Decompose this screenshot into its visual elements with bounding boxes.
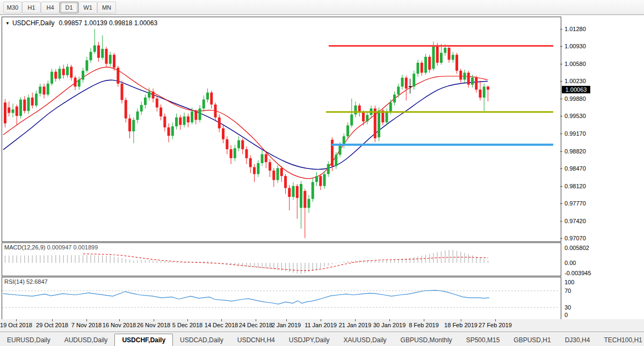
rsi-indicator-pane[interactable]: RSI(14) 52.6847 <box>2 277 561 320</box>
chart-ohlc-values: 0.99857 1.00139 0.99818 1.00063 <box>59 19 158 27</box>
date-tick <box>495 319 496 321</box>
rsi-axis-label: 70 <box>565 288 571 294</box>
price-tick <box>560 186 562 187</box>
price-tick-label: 0.98120 <box>565 183 586 189</box>
date-tick <box>286 319 287 321</box>
macd-axis-label: 0.005802 <box>565 245 589 251</box>
rsi-label: RSI(14) 52.6847 <box>4 278 48 285</box>
chart-tab-audusd[interactable]: AUDUSD,Daily <box>57 335 115 346</box>
timeframe-button-h1[interactable]: H1 <box>22 2 41 13</box>
macd-histogram <box>5 250 488 274</box>
date-axis[interactable]: 19 Oct 201829 Oct 20187 Nov 201816 Nov 2… <box>0 319 644 332</box>
chart-tab-bar: EURUSD,DailyAUDUSD,DailyUSDCHF,DailyUSDC… <box>0 332 644 346</box>
date-tick <box>16 319 17 321</box>
rsi-line <box>3 290 489 304</box>
chart-tab-usdjpy[interactable]: USDJPY,Daily <box>282 335 337 346</box>
chart-tab-sp500[interactable]: SP500,M15 <box>459 335 507 346</box>
price-tick <box>560 64 562 64</box>
date-tick <box>424 319 424 321</box>
macd-values: 0.000947 0.001899 <box>47 244 98 251</box>
rsi-name: RSI(14) 52.6847 <box>4 278 48 285</box>
date-tick <box>221 319 222 321</box>
chart-tab-eurusd[interactable]: EURUSD,Daily <box>0 335 57 346</box>
date-label: 19 Oct 2018 <box>0 322 32 328</box>
price-tick <box>560 29 562 30</box>
price-tick-label: 0.98820 <box>565 148 586 154</box>
timeframe-toolbar: M30H1H4D1W1MN <box>0 0 644 15</box>
chart-dropdown-icon[interactable]: ▼ <box>5 21 10 26</box>
chart-title: ▼USDCHF,Daily0.99857 1.00139 0.99818 1.0… <box>5 19 157 27</box>
timeframe-button-h4[interactable]: H4 <box>41 2 60 13</box>
date-label: 21 Jan 2019 <box>339 322 372 328</box>
price-tick <box>560 116 562 116</box>
macd-axis-label: 0.00 <box>565 260 576 266</box>
price-tick <box>560 81 562 82</box>
candlestick-chart[interactable] <box>2 17 560 240</box>
date-label: 14 Dec 2018 <box>205 322 238 328</box>
price-tick-label: 0.97420 <box>565 218 586 224</box>
candles-layer <box>4 29 489 238</box>
date-label: 29 Oct 2018 <box>36 322 68 328</box>
price-tick-label: 1.01280 <box>565 26 586 32</box>
chart-tab-xauusd[interactable]: XAUUSD,Daily <box>337 335 394 346</box>
date-label: 2 Jan 2019 <box>272 322 301 328</box>
date-label: 27 Feb 2019 <box>479 322 512 328</box>
date-tick <box>256 319 256 321</box>
macd-name: MACD(12,26,9) <box>4 244 45 251</box>
date-label: 18 Feb 2019 <box>444 322 477 328</box>
date-label: 5 Dec 2018 <box>172 322 202 328</box>
rsi-plot <box>2 277 560 318</box>
price-tick <box>560 134 562 134</box>
timeframe-button-m30[interactable]: M30 <box>3 2 22 13</box>
date-label: 11 Jan 2019 <box>305 322 337 328</box>
chart-tab-usdchf[interactable]: USDCHF,Daily <box>114 334 173 346</box>
price-tick-label: 0.97070 <box>565 235 586 241</box>
date-tick <box>187 319 188 321</box>
chart-symbol-label: USDCHF,Daily <box>12 19 55 27</box>
price-tick-label: 0.99880 <box>565 95 586 102</box>
date-tick <box>119 319 120 321</box>
timeframe-button-mn[interactable]: MN <box>97 2 116 13</box>
macd-indicator-pane[interactable]: MACD(12,26,9) 0.000947 0.001899 <box>2 242 561 276</box>
macd-axis-label: -0.003945 <box>565 270 591 276</box>
current-price-badge: 1.00063 <box>562 86 590 93</box>
date-label: 26 Nov 2018 <box>137 322 170 328</box>
main-chart-pane[interactable]: ▼USDCHF,Daily0.99857 1.00139 0.99818 1.0… <box>2 17 561 242</box>
price-tick <box>560 203 562 204</box>
price-tick-label: 0.99530 <box>565 113 586 119</box>
date-tick <box>154 319 154 321</box>
timeframe-button-w1[interactable]: W1 <box>78 2 97 13</box>
date-tick <box>389 319 390 321</box>
date-label: 7 Nov 2018 <box>71 322 102 328</box>
price-tick <box>560 168 562 169</box>
rsi-axis-label: 0 <box>565 312 568 318</box>
date-tick <box>321 319 321 321</box>
chart-tab-tech100[interactable]: TECH100,H1 <box>597 335 644 346</box>
date-tick <box>461 319 461 321</box>
date-label: 30 Jan 2019 <box>373 322 406 328</box>
timeframe-button-d1[interactable]: D1 <box>60 2 78 13</box>
date-tick <box>355 319 356 321</box>
date-tick <box>86 319 87 321</box>
chart-tab-usdcad[interactable]: USDCAD,Daily <box>173 335 230 346</box>
chart-tab-gbpusd[interactable]: GBPUSD,Monthly <box>394 335 459 346</box>
rsi-axis-label: 30 <box>565 304 571 311</box>
price-tick-label: 0.97770 <box>565 200 586 207</box>
price-tick-label: 1.00230 <box>565 78 586 84</box>
rsi-axis-label: 100 <box>565 279 574 285</box>
price-tick <box>560 99 562 99</box>
price-tick-label: 0.98470 <box>565 165 586 172</box>
date-label: 24 Dec 2018 <box>239 322 272 328</box>
price-tick <box>560 221 562 222</box>
price-tick <box>560 151 562 152</box>
price-tick-label: 0.99170 <box>565 130 586 137</box>
date-label: 16 Nov 2018 <box>103 322 136 328</box>
price-tick-label: 1.00580 <box>565 61 586 67</box>
macd-label: MACD(12,26,9) 0.000947 0.001899 <box>4 244 98 251</box>
chart-tab-usdcnh[interactable]: USDCNH,H4 <box>230 335 282 346</box>
date-tick <box>52 319 53 321</box>
price-tick <box>560 238 562 239</box>
chart-tab-gbpusd[interactable]: GBPUSD,H1 <box>506 335 558 346</box>
chart-tab-dj30[interactable]: DJ30,H4 <box>558 335 597 346</box>
date-label: 8 Feb 2019 <box>409 322 439 328</box>
